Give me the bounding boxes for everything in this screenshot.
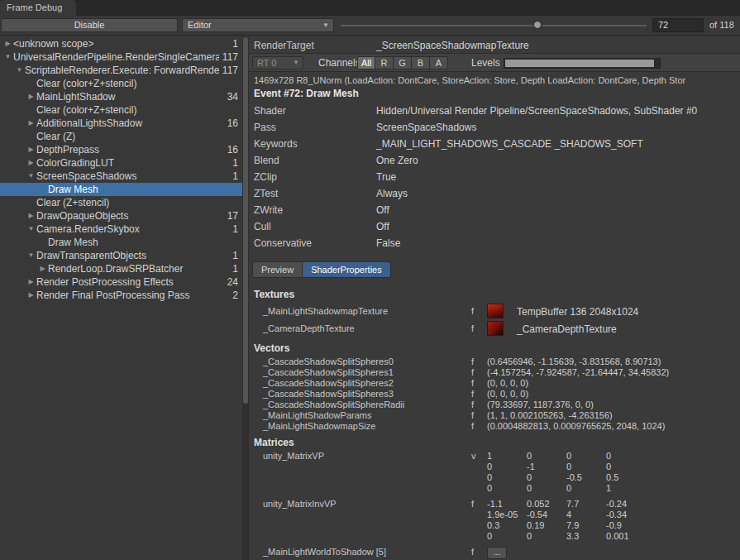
tree-item-count: 1 bbox=[229, 249, 242, 262]
tab-preview[interactable]: Preview bbox=[252, 261, 303, 278]
channel-button-all[interactable]: All bbox=[357, 56, 375, 69]
foldout-closed-icon[interactable]: ▶ bbox=[26, 156, 36, 170]
tree-item[interactable]: Draw Mesh bbox=[0, 183, 242, 196]
foldout-closed-icon[interactable]: ▶ bbox=[26, 209, 36, 223]
tree-scrollbar[interactable] bbox=[242, 36, 249, 560]
tree-item[interactable]: Clear (color+Z+stencil) bbox=[0, 77, 242, 90]
texture-thumbnail[interactable] bbox=[487, 304, 504, 318]
tree-item[interactable]: ▼Camera.RenderSkybox1 bbox=[0, 223, 242, 236]
tree-item-label: RenderLoop.DrawSRPBatcher bbox=[48, 262, 229, 275]
tree-item[interactable]: ▶DepthPrepass16 bbox=[0, 143, 242, 156]
render-target-value: _ScreenSpaceShadowmapTexture bbox=[376, 39, 529, 52]
matrix-cell: 7.7 bbox=[566, 499, 606, 510]
param-name: unity_MatrixVP bbox=[263, 451, 324, 461]
tree-item[interactable]: ▼DrawTransparentObjects1 bbox=[0, 249, 242, 262]
detail-tabs: PreviewShaderProperties bbox=[252, 261, 391, 278]
foldout-open-icon[interactable]: ▼ bbox=[14, 64, 25, 77]
matrix-row: _MainLightWorldToShadow [5]f... bbox=[249, 547, 740, 560]
foldout-closed-icon[interactable]: ▶ bbox=[26, 90, 36, 103]
foldout-closed-icon[interactable]: ▶ bbox=[26, 143, 36, 156]
foldout-closed-icon[interactable]: ▶ bbox=[26, 117, 36, 130]
matrix-cell: 0 bbox=[527, 451, 566, 462]
chevron-down-icon: ▼ bbox=[322, 19, 329, 31]
levels-slider[interactable] bbox=[504, 58, 661, 69]
foldout-open-icon[interactable]: ▼ bbox=[26, 249, 36, 262]
rt-dropdown[interactable]: RT 0 ▼ bbox=[252, 56, 303, 69]
render-target-label: RenderTarget bbox=[254, 39, 314, 52]
param-type: f bbox=[471, 400, 474, 410]
tree-item-label: ScreenSpaceShadows bbox=[36, 170, 229, 183]
tree-item[interactable]: ▶RenderLoop.DrawSRPBatcher1 bbox=[0, 262, 242, 275]
tree-item-count: 1 bbox=[229, 37, 242, 50]
tree-item[interactable]: ▼ScreenSpaceShadows1 bbox=[0, 170, 242, 183]
tree-item[interactable]: ▶DrawOpaqueObjects17 bbox=[0, 209, 242, 223]
levels-slider-fill[interactable] bbox=[505, 60, 654, 67]
matrix-cell: 0 bbox=[487, 483, 527, 494]
matrix-row: unity_MatrixVPv10000-10000-0.50.50001 bbox=[249, 451, 740, 494]
property-row: Keywords_MAIN_LIGHT_SHADOWS_CASCADE _SHA… bbox=[249, 136, 740, 152]
foldout-closed-icon[interactable]: ▶ bbox=[2, 37, 13, 50]
tree-item[interactable]: ▶Render PostProcessing Effects24 bbox=[0, 275, 242, 289]
frame-slider-track[interactable] bbox=[341, 25, 647, 26]
foldout-open-icon[interactable]: ▼ bbox=[26, 223, 36, 236]
expand-matrix-button[interactable]: ... bbox=[487, 547, 507, 559]
matrix-cell: -0.34 bbox=[606, 510, 646, 520]
tree-item-count bbox=[235, 183, 242, 196]
channel-button-g[interactable]: G bbox=[394, 56, 412, 69]
matrix-cell: 0.3 bbox=[487, 520, 527, 531]
param-type: f bbox=[471, 306, 474, 316]
param-type: f bbox=[471, 389, 474, 400]
tree-item[interactable]: ▶MainLightShadow34 bbox=[0, 90, 242, 103]
foldout-open-icon[interactable]: ▼ bbox=[26, 170, 36, 183]
tree-item[interactable]: ▶ColorGradingLUT1 bbox=[0, 156, 242, 170]
scrollbar-thumb[interactable] bbox=[243, 37, 248, 404]
tree-item[interactable]: ▶<unknown scope>1 bbox=[0, 37, 242, 50]
property-label: Shader bbox=[254, 103, 286, 119]
target-dropdown[interactable]: Editor ▼ bbox=[182, 18, 334, 32]
tree-item-label: MainLightShadow bbox=[36, 90, 224, 103]
tree-item-label: Camera.RenderSkybox bbox=[36, 223, 229, 236]
vector-row: _CascadeShadowSplitSpheres3f(0, 0, 0, 0) bbox=[249, 389, 740, 400]
tree-item-count: 117 bbox=[219, 50, 242, 64]
frame-total-label: of 118 bbox=[709, 20, 734, 30]
tree-item[interactable]: ▼UniversalRenderPipeline.RenderSingleCam… bbox=[0, 50, 242, 64]
foldout-closed-icon[interactable]: ▶ bbox=[26, 275, 36, 289]
tab-shaderproperties[interactable]: ShaderProperties bbox=[303, 261, 391, 278]
tree-item[interactable]: Draw Mesh bbox=[0, 236, 242, 249]
param-name: _MainLightWorldToShadow [5] bbox=[263, 547, 386, 557]
param-type: f bbox=[471, 367, 474, 378]
channel-button-r[interactable]: R bbox=[375, 56, 394, 69]
param-value: (0.6456946, -1.15639, -3.831568, 8.90713… bbox=[487, 357, 661, 367]
texture-thumbnail[interactable] bbox=[487, 321, 504, 336]
tree-item[interactable]: ▶Render Final PostProcessing Pass2 bbox=[0, 289, 242, 302]
frame-number-field[interactable]: 72 bbox=[652, 18, 704, 32]
tree-item[interactable]: Clear (color+Z+stencil) bbox=[0, 103, 242, 117]
tree-item[interactable]: ▼ScriptableRenderer.Execute: ForwardRend… bbox=[0, 64, 242, 77]
property-row: ZTestAlways bbox=[249, 185, 740, 202]
tree-item-count bbox=[235, 236, 242, 249]
tree-item-label: ColorGradingLUT bbox=[36, 156, 229, 170]
tab-frame-debug[interactable]: Frame Debug bbox=[0, 0, 76, 16]
param-value: (79.33697, 1187.376, 0, 0) bbox=[487, 400, 594, 410]
foldout-closed-icon[interactable]: ▶ bbox=[26, 289, 36, 302]
channel-button-b[interactable]: B bbox=[412, 56, 430, 69]
disable-button[interactable]: Disable bbox=[1, 18, 178, 32]
toolbar: Disable Editor ▼ 72 of 118 bbox=[0, 16, 740, 36]
tree-item[interactable]: Clear (Z+stencil) bbox=[0, 196, 242, 209]
frame-slider-handle[interactable] bbox=[533, 21, 542, 29]
frame-slider[interactable] bbox=[341, 18, 647, 32]
tree-item-count bbox=[235, 77, 242, 90]
foldout-closed-icon[interactable]: ▶ bbox=[37, 262, 48, 275]
matrix-cell: 1.9e-05 bbox=[487, 510, 527, 520]
tree-item[interactable]: ▶AdditionalLightsShadow16 bbox=[0, 117, 242, 130]
param-type: v bbox=[471, 451, 476, 461]
event-details-panel: RenderTarget _ScreenSpaceShadowmapTextur… bbox=[249, 36, 740, 560]
main-area: ▶<unknown scope>1▼UniversalRenderPipelin… bbox=[0, 36, 740, 560]
chevron-down-icon: ▼ bbox=[293, 57, 299, 69]
target-dropdown-label: Editor bbox=[188, 20, 212, 30]
tree-item[interactable]: Clear (Z) bbox=[0, 130, 242, 143]
foldout-open-icon[interactable]: ▼ bbox=[2, 50, 13, 64]
property-label: Keywords bbox=[254, 136, 298, 152]
section-title: Textures bbox=[249, 288, 740, 301]
channel-button-a[interactable]: A bbox=[430, 56, 448, 69]
